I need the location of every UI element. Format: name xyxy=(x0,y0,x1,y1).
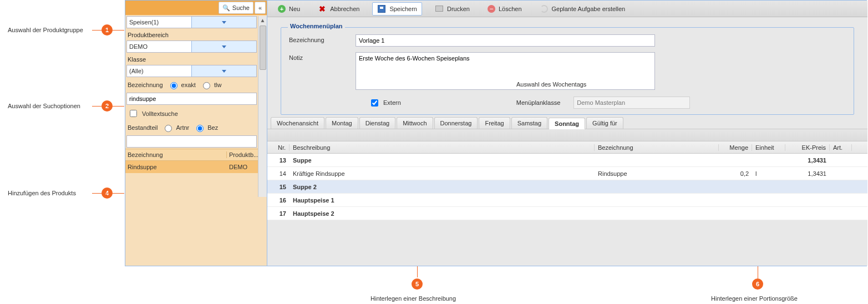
printer-icon xyxy=(435,4,444,13)
tab-wednesday[interactable]: Mittwoch xyxy=(397,117,433,129)
result-header: Bezeichnung Produktb... xyxy=(125,149,267,161)
dropdown-icon[interactable] xyxy=(191,41,256,52)
grid-toolbar xyxy=(267,129,867,141)
save-button-label: Speichern xyxy=(389,6,417,12)
class-label: Klasse xyxy=(125,54,258,64)
cell-bez: Rindsuppe xyxy=(595,170,719,177)
class-value: (Alle) xyxy=(127,68,191,74)
cell-ek: 1,3431 xyxy=(785,157,830,164)
table-row[interactable]: 17Hauptspeise 2 xyxy=(267,207,867,220)
tab-saturday[interactable]: Samstag xyxy=(511,117,547,129)
cell-ek: 1,3431 xyxy=(785,170,830,177)
new-button[interactable]: + Neu xyxy=(273,3,305,15)
table-row[interactable]: 15Suppe 2 xyxy=(267,180,867,194)
dropdown-icon[interactable] xyxy=(191,65,256,77)
tab-tuesday[interactable]: Dienstag xyxy=(359,117,395,129)
cell-desc: Hauptspeise 1 xyxy=(290,197,595,204)
cell-nr: 13 xyxy=(267,157,290,164)
cell-nr: 17 xyxy=(267,210,290,217)
col-nr[interactable]: Nr. xyxy=(267,144,290,151)
cell-desc: Suppe xyxy=(290,157,595,164)
cell-nr: 15 xyxy=(267,184,290,190)
app-frame: 🔍 Suche « ▲ Speisen(1) xyxy=(125,0,867,266)
product-group-select[interactable]: Speisen(1) xyxy=(126,16,257,28)
schedule-button-label: Geplante Aufgabe erstellen xyxy=(552,6,626,12)
col-bez[interactable]: Bezeichnung xyxy=(595,144,719,151)
cell-desc: Hauptspeise 2 xyxy=(290,210,595,217)
collapse-sidebar-button[interactable]: « xyxy=(255,2,266,14)
dropdown-icon[interactable] xyxy=(191,17,256,28)
tab-sunday[interactable]: Sonntag xyxy=(549,118,585,129)
grid-header: Nr. Beschreibung Bezeichnung Menge Einhe… xyxy=(267,141,867,154)
note-textarea[interactable] xyxy=(356,52,655,90)
tab-thursday[interactable]: Donnerstag xyxy=(434,117,478,129)
radio-exact-label: exakt xyxy=(181,82,196,88)
print-button[interactable]: Drucken xyxy=(430,2,475,16)
scroll-handle[interactable] xyxy=(260,26,266,70)
tab-validfor[interactable]: Gültig für xyxy=(586,117,623,129)
sidebar-header: 🔍 Suche « xyxy=(125,1,267,15)
name-input[interactable] xyxy=(356,34,655,47)
product-group-value: Speisen(1) xyxy=(127,19,191,26)
col-ekpreis[interactable]: EK-Preis xyxy=(785,144,830,151)
fulltext-checkbox[interactable] xyxy=(130,110,137,117)
product-area-label: Produktbereich xyxy=(125,29,258,39)
save-button[interactable]: Speichern xyxy=(372,2,422,16)
component-input[interactable] xyxy=(126,135,257,148)
cell-menge: 0,2 xyxy=(719,170,752,177)
col-einheit[interactable]: Einheit xyxy=(752,144,785,151)
callout-4-line xyxy=(92,193,124,194)
radio-artnr[interactable]: Artnr xyxy=(162,123,189,132)
col-desc[interactable]: Beschreibung xyxy=(290,144,595,151)
radio-artnr-label: Artnr xyxy=(176,124,189,131)
table-row[interactable]: 16Hauptspeise 1 xyxy=(267,194,867,207)
plus-icon: + xyxy=(278,5,286,13)
callout-4-label: Hinzufügen des Produkts xyxy=(8,190,76,196)
fieldset-legend: Wochenmenüplan xyxy=(288,23,345,29)
sidebar: 🔍 Suche « ▲ Speisen(1) xyxy=(125,1,267,266)
callout-2-line xyxy=(92,106,124,107)
minus-icon: − xyxy=(488,5,495,13)
grid-body: 13Suppe1,343114Kräftige RindsuppeRindsup… xyxy=(267,154,867,220)
tab-friday[interactable]: Freitag xyxy=(479,117,510,129)
tab-weekview[interactable]: Wochenansicht xyxy=(271,117,324,129)
table-row[interactable]: 13Suppe1,3431 xyxy=(267,154,867,167)
cell-desc: Kräftige Rindsuppe xyxy=(290,170,595,177)
result-row[interactable]: Rindsuppe DEMO xyxy=(125,161,267,173)
product-area-select[interactable]: DEMO xyxy=(126,40,257,53)
schedule-button[interactable]: Geplante Aufgabe erstellen xyxy=(535,2,631,16)
name-label: Bezeichnung xyxy=(289,34,356,43)
main-panel: + Neu ✖ Abbrechen Speichern Drucken − xyxy=(267,1,867,266)
menu-class-label: Menüplanklasse xyxy=(516,99,561,106)
main-toolbar: + Neu ✖ Abbrechen Speichern Drucken − xyxy=(267,1,867,17)
search-button-label: Suche xyxy=(232,4,250,11)
name-mode-label: Bezeichnung xyxy=(128,82,163,88)
col-art[interactable]: Art. xyxy=(830,144,852,151)
callout-6-num: 6 xyxy=(752,278,763,290)
chevron-left-icon: « xyxy=(258,4,262,11)
col-menge[interactable]: Menge xyxy=(719,144,752,151)
x-icon: ✖ xyxy=(318,4,327,13)
callout-5-label: Hinterlegen einer Beschreibung xyxy=(370,295,456,302)
cell-nr: 14 xyxy=(267,170,290,177)
radio-bez[interactable]: Bez xyxy=(194,123,218,132)
grid: Nr. Beschreibung Bezeichnung Menge Einhe… xyxy=(267,141,867,220)
cancel-button[interactable]: ✖ Abbrechen xyxy=(313,2,364,16)
search-button[interactable]: 🔍 Suche xyxy=(219,2,253,14)
delete-button[interactable]: − Löschen xyxy=(483,3,527,15)
result-col-name[interactable]: Bezeichnung xyxy=(125,151,227,158)
component-label: Bestandteil xyxy=(128,124,158,131)
tabstrip: Wochenansicht Montag Dienstag Mittwoch D… xyxy=(267,115,867,129)
filter-scrollbar[interactable]: ▲ xyxy=(258,16,267,197)
product-area-value: DEMO xyxy=(127,43,191,50)
class-select[interactable]: (Alle) xyxy=(126,65,257,77)
cancel-button-label: Abbrechen xyxy=(330,6,359,12)
search-input[interactable] xyxy=(126,93,257,105)
weekday-hint: Auswahl des Wochentags xyxy=(516,81,586,88)
extern-checkbox[interactable]: Extern xyxy=(369,98,401,108)
radio-partial[interactable]: tlw xyxy=(200,80,221,89)
table-row[interactable]: 14Kräftige RindsuppeRindsuppe0,2l1,3431 xyxy=(267,167,867,180)
tab-monday[interactable]: Montag xyxy=(326,117,358,129)
radio-exact[interactable]: exakt xyxy=(167,80,196,89)
callout-6-label: Hinterlegen einer Portionsgröße xyxy=(711,295,798,302)
